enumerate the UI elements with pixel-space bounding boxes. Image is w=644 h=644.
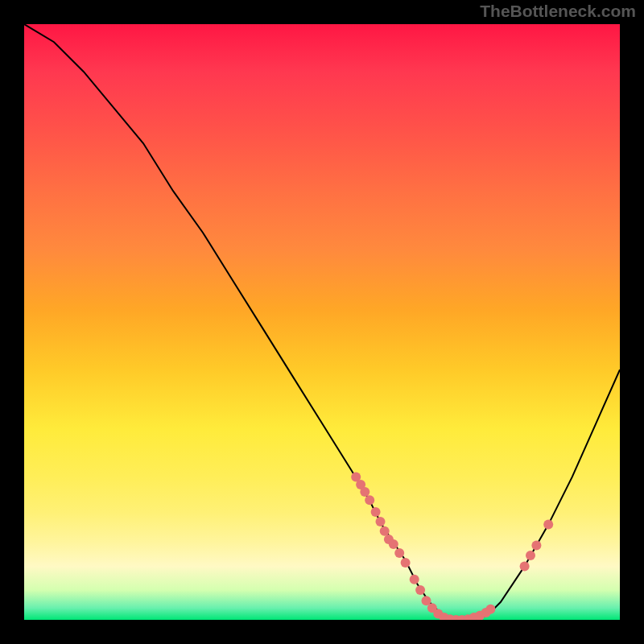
chart-plot-area <box>24 24 620 620</box>
data-marker <box>415 585 425 595</box>
data-markers <box>351 472 553 620</box>
watermark-text: TheBottleneck.com <box>480 2 636 21</box>
chart-svg <box>24 24 620 620</box>
data-marker <box>380 526 390 536</box>
data-marker <box>526 551 535 560</box>
data-marker <box>376 517 386 526</box>
data-marker <box>365 495 374 505</box>
data-marker <box>410 575 419 584</box>
data-marker <box>360 487 369 497</box>
data-marker <box>371 507 381 517</box>
data-marker <box>531 541 541 551</box>
data-marker <box>401 558 411 568</box>
data-marker <box>485 605 495 614</box>
data-marker <box>543 520 553 530</box>
data-marker <box>394 548 404 558</box>
curve-line <box>24 24 620 620</box>
data-marker <box>520 561 530 571</box>
data-marker <box>389 539 398 549</box>
